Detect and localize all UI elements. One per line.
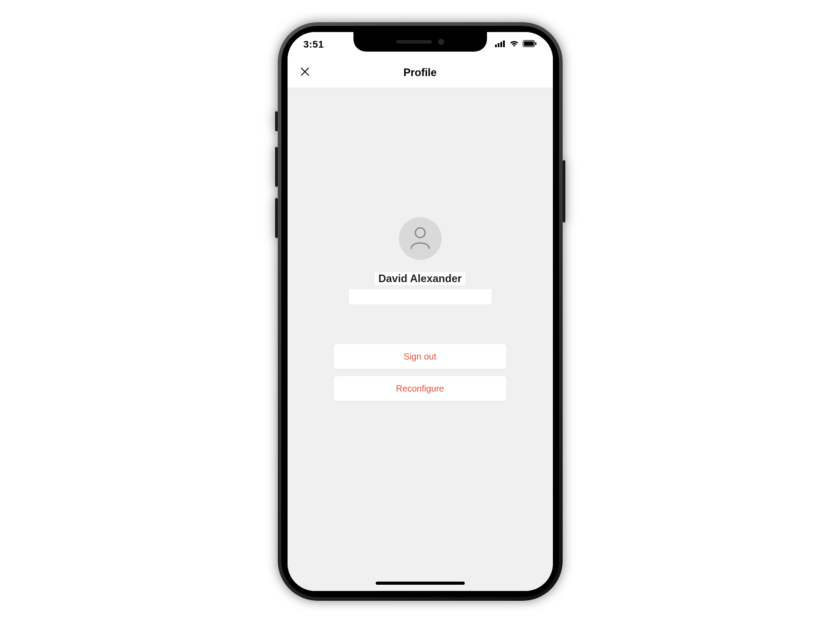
mute-switch <box>275 111 278 131</box>
person-icon <box>410 226 431 251</box>
volume-down-button <box>275 198 278 238</box>
close-icon <box>300 67 310 78</box>
battery-icon <box>523 40 537 49</box>
svg-rect-5 <box>524 41 534 46</box>
profile-actions: Sign out Reconfigure <box>333 336 507 401</box>
status-icons <box>495 40 537 49</box>
user-email-placeholder <box>349 289 491 304</box>
page-title: Profile <box>403 66 437 79</box>
screen: 3:51 <box>288 32 553 591</box>
close-button[interactable] <box>298 66 312 79</box>
home-indicator[interactable] <box>376 582 465 585</box>
avatar[interactable] <box>399 217 442 260</box>
svg-rect-6 <box>535 42 536 45</box>
status-time: 3:51 <box>304 39 324 50</box>
phone-device-frame: 3:51 <box>278 22 563 601</box>
earpiece-speaker <box>396 40 432 44</box>
sign-out-button[interactable]: Sign out <box>333 344 507 369</box>
svg-point-7 <box>415 228 425 238</box>
volume-up-button <box>275 147 278 187</box>
front-camera <box>438 39 444 45</box>
reconfigure-button[interactable]: Reconfigure <box>333 376 507 401</box>
power-button <box>563 160 565 222</box>
svg-rect-3 <box>503 40 505 47</box>
user-name: David Alexander <box>375 272 465 285</box>
nav-header: Profile <box>288 57 553 88</box>
notch <box>353 32 487 52</box>
cellular-signal-icon <box>495 40 506 49</box>
wifi-icon <box>509 40 519 49</box>
svg-rect-0 <box>495 44 497 47</box>
svg-rect-1 <box>498 43 499 47</box>
svg-rect-2 <box>500 42 502 47</box>
profile-content: David Alexander Sign out Reconfigure <box>288 88 553 591</box>
